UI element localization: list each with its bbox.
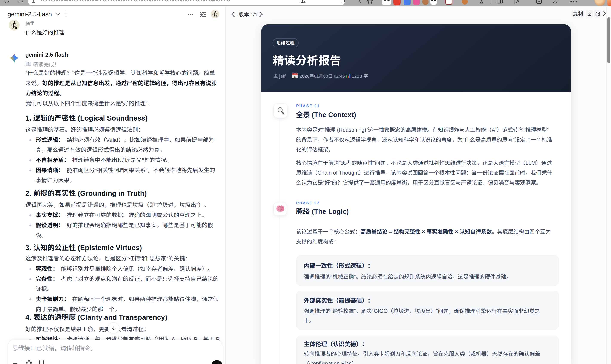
svg-text:17: 17 bbox=[294, 75, 296, 78]
